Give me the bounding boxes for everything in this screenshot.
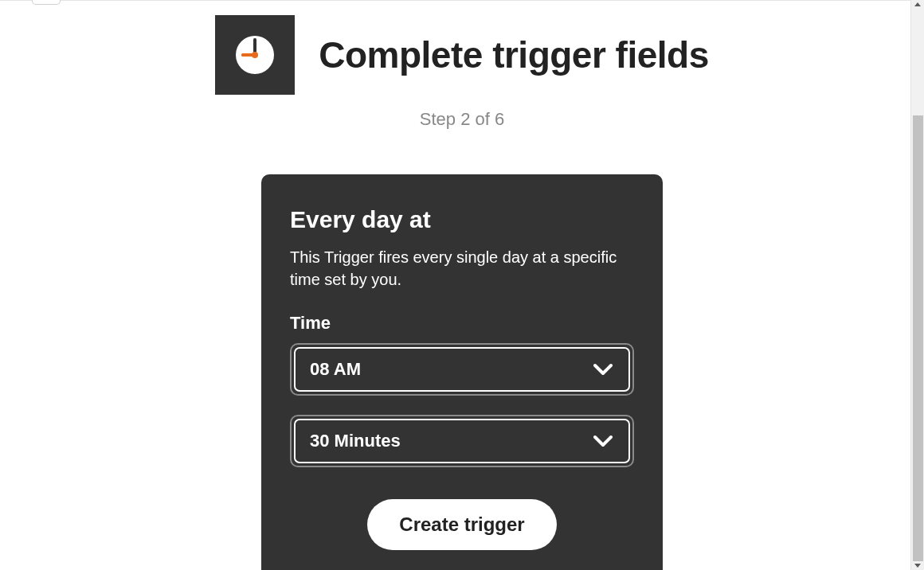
time-field-label: Time bbox=[290, 313, 634, 334]
scrollbar-vertical[interactable] bbox=[910, 0, 924, 570]
minute-select-value: 30 Minutes bbox=[310, 431, 401, 451]
create-trigger-button[interactable]: Create trigger bbox=[367, 499, 556, 550]
service-icon-tile bbox=[215, 15, 295, 95]
minute-select[interactable]: 30 Minutes bbox=[294, 419, 630, 463]
page-content: Complete trigger fields Step 2 of 6 Ever… bbox=[0, 1, 924, 570]
page-title: Complete trigger fields bbox=[319, 33, 708, 76]
svg-rect-1 bbox=[253, 38, 256, 53]
hour-select[interactable]: 08 AM bbox=[294, 347, 630, 392]
scroll-down-icon[interactable] bbox=[914, 564, 921, 568]
card-title: Every day at bbox=[290, 206, 634, 233]
card-description: This Trigger fires every single day at a… bbox=[290, 246, 634, 291]
clock-icon bbox=[233, 33, 277, 77]
minute-select-wrapper: 30 Minutes bbox=[290, 415, 634, 467]
chevron-down-icon bbox=[593, 435, 613, 447]
hour-select-wrapper: 08 AM bbox=[290, 343, 634, 396]
svg-point-3 bbox=[252, 52, 258, 58]
tab-fragment bbox=[32, 0, 61, 5]
step-indicator: Step 2 of 6 bbox=[420, 109, 504, 130]
page-header: Complete trigger fields bbox=[215, 15, 708, 95]
scroll-up-icon[interactable] bbox=[914, 2, 921, 6]
chevron-down-icon bbox=[593, 363, 613, 376]
scrollbar-thumb[interactable] bbox=[913, 115, 923, 561]
trigger-card: Every day at This Trigger fires every si… bbox=[261, 174, 663, 570]
hour-select-value: 08 AM bbox=[310, 359, 361, 380]
